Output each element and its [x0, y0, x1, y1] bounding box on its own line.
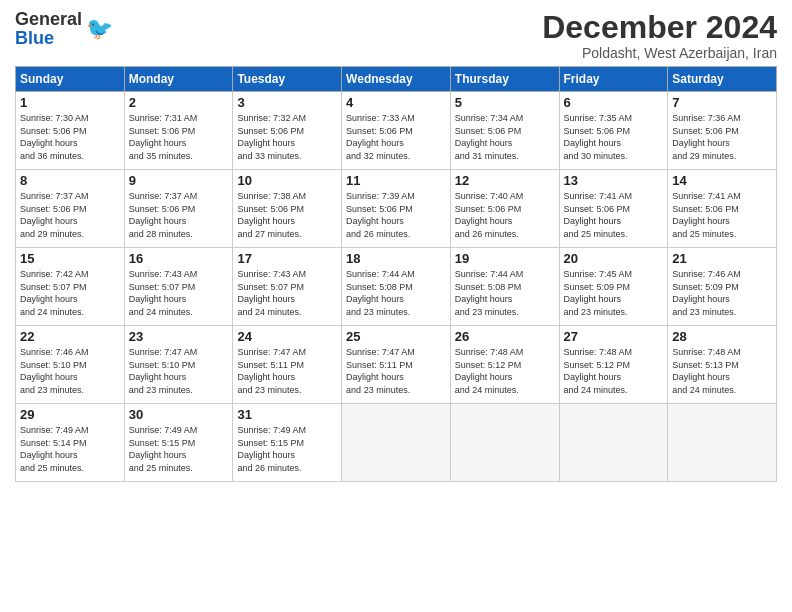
logo-bird-icon: 🐦: [86, 16, 113, 42]
logo: General Blue 🐦: [15, 10, 113, 48]
day-info: Sunrise: 7:46 AMSunset: 5:09 PMDaylight …: [672, 269, 741, 317]
calendar-cell: 20 Sunrise: 7:45 AMSunset: 5:09 PMDaylig…: [559, 248, 668, 326]
calendar-cell: 4 Sunrise: 7:33 AMSunset: 5:06 PMDayligh…: [342, 92, 451, 170]
day-info: Sunrise: 7:48 AMSunset: 5:12 PMDaylight …: [564, 347, 633, 395]
day-info: Sunrise: 7:37 AMSunset: 5:06 PMDaylight …: [129, 191, 198, 239]
calendar-cell: 7 Sunrise: 7:36 AMSunset: 5:06 PMDayligh…: [668, 92, 777, 170]
day-number: 10: [237, 173, 337, 188]
col-tuesday: Tuesday: [233, 67, 342, 92]
col-saturday: Saturday: [668, 67, 777, 92]
main-container: General Blue 🐦 December 2024 Poldasht, W…: [0, 0, 792, 487]
day-number: 21: [672, 251, 772, 266]
day-info: Sunrise: 7:42 AMSunset: 5:07 PMDaylight …: [20, 269, 89, 317]
day-number: 20: [564, 251, 664, 266]
logo-general: General: [15, 9, 82, 29]
calendar-cell: 5 Sunrise: 7:34 AMSunset: 5:06 PMDayligh…: [450, 92, 559, 170]
day-number: 23: [129, 329, 229, 344]
day-info: Sunrise: 7:38 AMSunset: 5:06 PMDaylight …: [237, 191, 306, 239]
calendar-table: Sunday Monday Tuesday Wednesday Thursday…: [15, 66, 777, 482]
day-info: Sunrise: 7:47 AMSunset: 5:10 PMDaylight …: [129, 347, 198, 395]
day-info: Sunrise: 7:43 AMSunset: 5:07 PMDaylight …: [237, 269, 306, 317]
day-info: Sunrise: 7:31 AMSunset: 5:06 PMDaylight …: [129, 113, 198, 161]
calendar-cell: [668, 404, 777, 482]
calendar-cell: 15 Sunrise: 7:42 AMSunset: 5:07 PMDaylig…: [16, 248, 125, 326]
day-number: 19: [455, 251, 555, 266]
day-number: 13: [564, 173, 664, 188]
logo-blue: Blue: [15, 28, 54, 48]
calendar-cell: 23 Sunrise: 7:47 AMSunset: 5:10 PMDaylig…: [124, 326, 233, 404]
calendar-week-2: 8 Sunrise: 7:37 AMSunset: 5:06 PMDayligh…: [16, 170, 777, 248]
day-info: Sunrise: 7:39 AMSunset: 5:06 PMDaylight …: [346, 191, 415, 239]
day-number: 18: [346, 251, 446, 266]
calendar-cell: 16 Sunrise: 7:43 AMSunset: 5:07 PMDaylig…: [124, 248, 233, 326]
day-info: Sunrise: 7:44 AMSunset: 5:08 PMDaylight …: [346, 269, 415, 317]
calendar-cell: [342, 404, 451, 482]
calendar-cell: 22 Sunrise: 7:46 AMSunset: 5:10 PMDaylig…: [16, 326, 125, 404]
calendar-week-5: 29 Sunrise: 7:49 AMSunset: 5:14 PMDaylig…: [16, 404, 777, 482]
day-number: 27: [564, 329, 664, 344]
day-info: Sunrise: 7:37 AMSunset: 5:06 PMDaylight …: [20, 191, 89, 239]
day-info: Sunrise: 7:48 AMSunset: 5:12 PMDaylight …: [455, 347, 524, 395]
day-info: Sunrise: 7:41 AMSunset: 5:06 PMDaylight …: [672, 191, 741, 239]
day-info: Sunrise: 7:32 AMSunset: 5:06 PMDaylight …: [237, 113, 306, 161]
day-info: Sunrise: 7:47 AMSunset: 5:11 PMDaylight …: [237, 347, 306, 395]
day-number: 14: [672, 173, 772, 188]
day-number: 29: [20, 407, 120, 422]
calendar-header-row: Sunday Monday Tuesday Wednesday Thursday…: [16, 67, 777, 92]
calendar-cell: [559, 404, 668, 482]
calendar-week-1: 1 Sunrise: 7:30 AMSunset: 5:06 PMDayligh…: [16, 92, 777, 170]
day-info: Sunrise: 7:34 AMSunset: 5:06 PMDaylight …: [455, 113, 524, 161]
calendar-cell: 13 Sunrise: 7:41 AMSunset: 5:06 PMDaylig…: [559, 170, 668, 248]
title-section: December 2024 Poldasht, West Azerbaijan,…: [542, 10, 777, 61]
location-subtitle: Poldasht, West Azerbaijan, Iran: [542, 45, 777, 61]
day-info: Sunrise: 7:47 AMSunset: 5:11 PMDaylight …: [346, 347, 415, 395]
day-number: 22: [20, 329, 120, 344]
calendar-cell: 31 Sunrise: 7:49 AMSunset: 5:15 PMDaylig…: [233, 404, 342, 482]
day-number: 7: [672, 95, 772, 110]
day-info: Sunrise: 7:48 AMSunset: 5:13 PMDaylight …: [672, 347, 741, 395]
day-number: 3: [237, 95, 337, 110]
calendar-cell: 12 Sunrise: 7:40 AMSunset: 5:06 PMDaylig…: [450, 170, 559, 248]
day-number: 11: [346, 173, 446, 188]
day-info: Sunrise: 7:45 AMSunset: 5:09 PMDaylight …: [564, 269, 633, 317]
day-info: Sunrise: 7:49 AMSunset: 5:15 PMDaylight …: [237, 425, 306, 473]
calendar-cell: 28 Sunrise: 7:48 AMSunset: 5:13 PMDaylig…: [668, 326, 777, 404]
col-sunday: Sunday: [16, 67, 125, 92]
calendar-cell: 24 Sunrise: 7:47 AMSunset: 5:11 PMDaylig…: [233, 326, 342, 404]
calendar-cell: 1 Sunrise: 7:30 AMSunset: 5:06 PMDayligh…: [16, 92, 125, 170]
day-info: Sunrise: 7:36 AMSunset: 5:06 PMDaylight …: [672, 113, 741, 161]
calendar-cell: 19 Sunrise: 7:44 AMSunset: 5:08 PMDaylig…: [450, 248, 559, 326]
day-info: Sunrise: 7:35 AMSunset: 5:06 PMDaylight …: [564, 113, 633, 161]
day-number: 8: [20, 173, 120, 188]
day-number: 25: [346, 329, 446, 344]
calendar-cell: [450, 404, 559, 482]
day-number: 17: [237, 251, 337, 266]
day-info: Sunrise: 7:40 AMSunset: 5:06 PMDaylight …: [455, 191, 524, 239]
day-info: Sunrise: 7:49 AMSunset: 5:15 PMDaylight …: [129, 425, 198, 473]
calendar-week-4: 22 Sunrise: 7:46 AMSunset: 5:10 PMDaylig…: [16, 326, 777, 404]
calendar-cell: 30 Sunrise: 7:49 AMSunset: 5:15 PMDaylig…: [124, 404, 233, 482]
day-number: 31: [237, 407, 337, 422]
calendar-cell: 8 Sunrise: 7:37 AMSunset: 5:06 PMDayligh…: [16, 170, 125, 248]
day-number: 4: [346, 95, 446, 110]
day-info: Sunrise: 7:43 AMSunset: 5:07 PMDaylight …: [129, 269, 198, 317]
calendar-cell: 14 Sunrise: 7:41 AMSunset: 5:06 PMDaylig…: [668, 170, 777, 248]
day-number: 5: [455, 95, 555, 110]
day-info: Sunrise: 7:33 AMSunset: 5:06 PMDaylight …: [346, 113, 415, 161]
header: General Blue 🐦 December 2024 Poldasht, W…: [15, 10, 777, 61]
col-monday: Monday: [124, 67, 233, 92]
day-number: 30: [129, 407, 229, 422]
calendar-cell: 11 Sunrise: 7:39 AMSunset: 5:06 PMDaylig…: [342, 170, 451, 248]
day-info: Sunrise: 7:46 AMSunset: 5:10 PMDaylight …: [20, 347, 89, 395]
day-info: Sunrise: 7:30 AMSunset: 5:06 PMDaylight …: [20, 113, 89, 161]
calendar-cell: 26 Sunrise: 7:48 AMSunset: 5:12 PMDaylig…: [450, 326, 559, 404]
calendar-cell: 18 Sunrise: 7:44 AMSunset: 5:08 PMDaylig…: [342, 248, 451, 326]
day-number: 24: [237, 329, 337, 344]
day-number: 16: [129, 251, 229, 266]
day-number: 15: [20, 251, 120, 266]
col-friday: Friday: [559, 67, 668, 92]
calendar-cell: 2 Sunrise: 7:31 AMSunset: 5:06 PMDayligh…: [124, 92, 233, 170]
day-number: 26: [455, 329, 555, 344]
calendar-cell: 10 Sunrise: 7:38 AMSunset: 5:06 PMDaylig…: [233, 170, 342, 248]
calendar-cell: 9 Sunrise: 7:37 AMSunset: 5:06 PMDayligh…: [124, 170, 233, 248]
